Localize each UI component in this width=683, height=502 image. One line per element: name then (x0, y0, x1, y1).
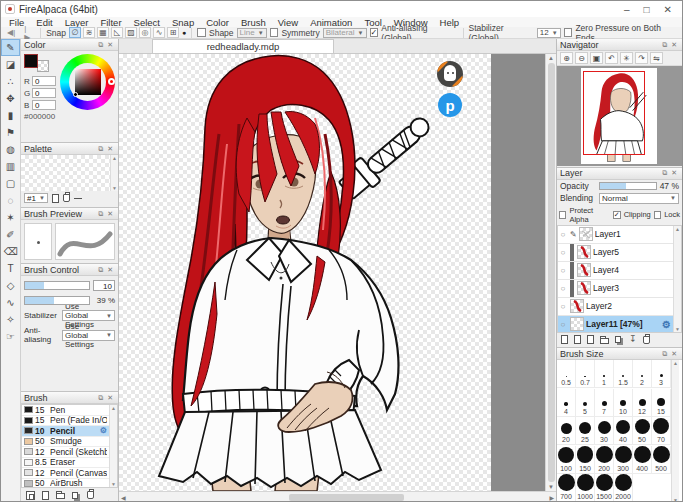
brush-size-option[interactable]: 50 (633, 417, 652, 445)
select-eraser-tool[interactable]: ⌫ (1, 243, 20, 260)
float-panel-icon[interactable]: ⧉ (96, 210, 105, 218)
protect-alpha-checkbox[interactable] (559, 211, 566, 219)
layer-list-scrollbar[interactable]: ▲▼ (673, 226, 681, 332)
brush-size-option[interactable]: 100 (557, 446, 576, 474)
symmetry-select[interactable]: Bilateral▼ (323, 28, 367, 38)
stabilizer-select[interactable]: 12▼ (537, 28, 561, 38)
layer-visibility-toggle[interactable]: ○ (558, 284, 568, 293)
brush-stabilizer-select[interactable]: Use Global Settings▼ (62, 310, 115, 321)
brush-size-scrollbar[interactable]: ▲▼ (671, 360, 679, 502)
vertical-scrollbar[interactable]: ▲▼ (545, 54, 556, 491)
menu-item-view[interactable]: View (272, 17, 304, 28)
navigator-viewport-rect[interactable] (583, 71, 645, 155)
brush-size-option[interactable]: 1 (595, 360, 614, 388)
float-panel-icon[interactable]: ⧉ (660, 350, 669, 358)
brush-list-scrollbar[interactable]: ▲▼ (109, 405, 117, 487)
layer-opacity-slider[interactable] (599, 182, 657, 190)
move-tool[interactable]: ✥ (1, 90, 20, 107)
layer-visibility-toggle[interactable]: ○ (558, 302, 568, 311)
remove-color-button[interactable] (74, 198, 82, 199)
shape-select[interactable]: Line▼ (237, 28, 267, 38)
minimize-button[interactable]: – (624, 4, 630, 15)
brush-size-option[interactable]: 40 (614, 417, 633, 445)
saturation-value-box[interactable] (75, 69, 101, 95)
brush-size-option[interactable]: 25 (576, 417, 595, 445)
brush-size-option[interactable]: 2000 (614, 474, 633, 502)
palette-page-select[interactable]: #1▼ (24, 193, 48, 203)
pixiv-icon[interactable]: p (438, 93, 462, 117)
brush-size-option[interactable]: 20 (557, 417, 576, 445)
zoom-in-button[interactable]: ⊕ (560, 52, 573, 64)
brush-list-item[interactable]: 12Pencil (Canvas) (22, 468, 109, 479)
rotate-right-button[interactable]: ↷ (635, 52, 648, 64)
r-input[interactable]: 0 (32, 76, 56, 86)
close-button[interactable]: ✕ (664, 4, 672, 15)
rotate-reset-button[interactable]: ✳ (620, 52, 633, 64)
add-layer-folder-button[interactable] (600, 338, 609, 344)
layer-settings-gear-icon[interactable]: ⚙ (662, 319, 671, 330)
brush-opacity-slider[interactable] (24, 296, 90, 305)
color-wheel[interactable] (60, 54, 115, 110)
brush-size-slider[interactable] (24, 281, 90, 290)
menu-item-layer[interactable]: Layer (59, 17, 95, 28)
menu-item-snap[interactable]: Snap (166, 17, 200, 28)
brush-tool[interactable]: ✎ (1, 39, 20, 56)
snap-circle-button[interactable]: ◎ (139, 27, 151, 38)
add-8bit-layer-button[interactable] (574, 335, 581, 344)
float-panel-icon[interactable]: ⧉ (660, 169, 669, 177)
float-panel-icon[interactable]: ⧉ (660, 41, 669, 49)
delete-layer-button[interactable] (643, 336, 650, 344)
blending-select[interactable]: Normal▼ (599, 193, 679, 204)
layer-row[interactable]: ○Layer4 (558, 262, 673, 280)
snap-grid-button[interactable]: ⊞ (167, 27, 179, 38)
firealpaca-mascot-icon[interactable] (437, 61, 463, 87)
float-panel-icon[interactable]: ⧉ (96, 266, 105, 274)
curve-tool[interactable]: ∿ (1, 294, 20, 311)
snap-crisscross-button[interactable]: ▦ (97, 27, 109, 38)
menu-item-filter[interactable]: Filter (94, 17, 127, 28)
snap-radial-button[interactable]: ▨ (125, 27, 137, 38)
shape-tool[interactable]: ◇ (1, 277, 20, 294)
snap-off-button[interactable]: ∅ (69, 27, 81, 38)
duplicate-brush-button[interactable] (72, 492, 78, 499)
brush-size-option[interactable]: 30 (595, 417, 614, 445)
brush-size-option[interactable]: 0.5 (557, 360, 576, 388)
snap-parallel-button[interactable]: ≋ (83, 27, 95, 38)
merge-down-button[interactable]: ↧ (629, 335, 637, 344)
brush-list-item[interactable]: 10Pencil⚙ (22, 426, 109, 437)
b-input[interactable]: 0 (32, 100, 56, 110)
layer-row[interactable]: ○Layer2 (558, 298, 673, 316)
menu-item-brush[interactable]: Brush (235, 17, 272, 28)
lock-checkbox[interactable] (654, 211, 661, 219)
palette-scrollbar[interactable]: ▲▼ (110, 155, 118, 191)
layer-visibility-toggle[interactable]: ○ (558, 266, 568, 275)
document-tab[interactable]: redheadlady.mdp (152, 39, 334, 53)
layer-visibility-toggle[interactable]: ○ (558, 248, 568, 257)
brush-size-option[interactable]: 5 (576, 389, 595, 417)
undo-button[interactable]: ◀| (4, 27, 18, 38)
brush-size-option[interactable]: 4 (557, 389, 576, 417)
close-panel-icon[interactable]: ✕ (105, 145, 115, 153)
magic-wand-tool[interactable]: ✶ (1, 209, 20, 226)
brush-list-item[interactable]: 50AirBrush (22, 479, 109, 488)
hand-tool[interactable]: ☞ (1, 328, 20, 345)
snap-dot-icon[interactable]: ● (182, 29, 186, 36)
brush-size-value[interactable]: 10 (93, 280, 115, 291)
brush-size-option[interactable]: 1500 (595, 474, 614, 502)
brush-size-option[interactable]: 3 (652, 360, 671, 388)
bucket-tool[interactable]: ⚑ (1, 124, 20, 141)
shape-checkbox[interactable] (197, 28, 206, 37)
brush-size-option[interactable]: 200 (595, 446, 614, 474)
navigator-preview[interactable] (557, 66, 682, 166)
delete-brush-button[interactable] (87, 491, 94, 499)
brush-size-option[interactable]: 12 (633, 389, 652, 417)
menu-item-select[interactable]: Select (128, 17, 166, 28)
float-panel-icon[interactable]: ⧉ (96, 41, 105, 49)
snap-vanishing-point-button[interactable]: ◺ (111, 27, 123, 38)
clipping-checkbox[interactable]: ✓ (613, 211, 621, 219)
brush-list-item[interactable]: 15Pen (22, 405, 109, 416)
brush-size-option[interactable]: 500 (652, 446, 671, 474)
select-rect-tool[interactable]: ▢ (1, 175, 20, 192)
antialias-checkbox[interactable]: ✓ (370, 28, 379, 37)
hue-selector[interactable] (108, 78, 115, 85)
